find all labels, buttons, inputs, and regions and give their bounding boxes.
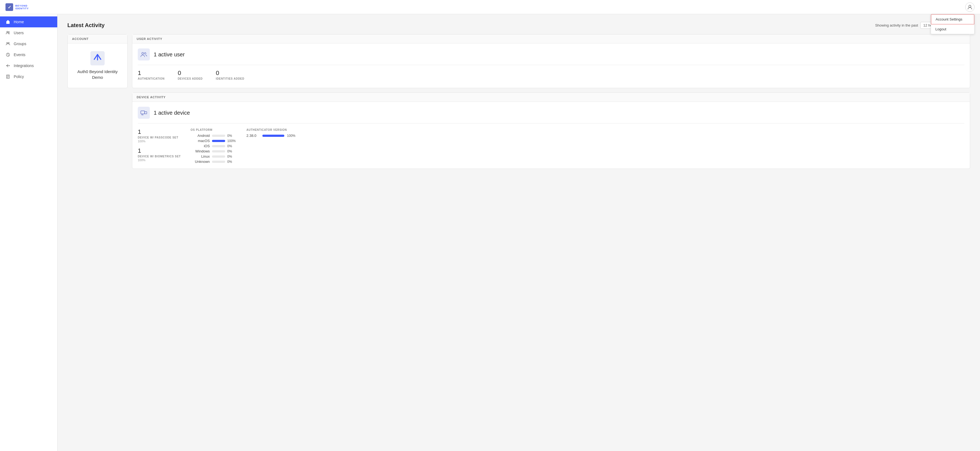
os-row: Unknown 0% [191,160,237,164]
os-name: macOS [191,139,210,143]
os-section-label: OS PLATFORM [191,129,237,131]
auth-label: AUTHENTICATION [138,77,165,80]
active-devices-icon [140,109,147,116]
devices-added-stat: 0 DEVICES ADDED [178,70,203,80]
integrations-icon [5,63,10,68]
os-name: Unknown [191,160,210,164]
auth-version-row: 2.38.0 100% [247,133,296,138]
device-activity-card: DEVICE ACTIVITY 1 active device [132,92,970,169]
biometrics-stat: 1 DEVICE W/ BIOMETRICS SET 100% [138,147,181,162]
top-cards-row: ACCOUNT Auth0 Beyond Identity Demo USER … [67,34,970,88]
home-label: Home [14,20,24,24]
os-pct: 100% [228,139,237,143]
user-activity-header: USER ACTIVITY [132,35,970,43]
user-activity-body: 1 active user 1 AUTHENTICATION 0 DEVICES… [132,43,970,85]
os-bar [212,140,225,142]
svg-point-3 [7,32,8,33]
user-activity-card: USER ACTIVITY 1 active user [132,34,970,88]
home-icon [5,19,10,24]
os-row: Linux 0% [191,154,237,159]
logout-item[interactable]: Logout [931,24,974,34]
os-name: iOS [191,144,210,148]
os-pct: 0% [228,144,237,148]
account-settings-item[interactable]: Account Settings [931,14,974,24]
users-icon [5,30,10,35]
active-users-row: 1 active user [138,48,964,65]
app-layout: Home Users [0,14,980,451]
device-counts-col: 1 DEVICE W/ PASSCODE SET 100% 1 DEVICE W… [138,129,181,164]
svg-point-2 [969,5,971,7]
os-bar-container [212,140,225,142]
svg-text:✓: ✓ [8,5,11,10]
os-bar-container [212,160,225,163]
svg-point-9 [9,65,10,66]
auth-version-section-label: AUTHENTICATOR VERSION [247,129,296,131]
os-name: Windows [191,149,210,153]
os-row: Windows 0% [191,149,237,153]
auth-version-table: 2.38.0 100% [247,133,296,138]
active-devices-label: 1 active device [154,110,190,116]
account-card-body: Auth0 Beyond Identity Demo [68,43,127,88]
auth-stat: 1 AUTHENTICATION [138,70,165,80]
passcode-count: 1 [138,129,181,135]
auth-version-num: 2.38.0 [247,133,260,138]
header-right: Account Settings Logout [965,2,975,12]
svg-point-12 [144,52,146,54]
os-row: iOS 0% [191,144,237,148]
device-stats-area: 1 DEVICE W/ PASSCODE SET 100% 1 DEVICE W… [138,129,964,164]
biometrics-label: DEVICE W/ BIOMETRICS SET [138,155,181,158]
sidebar-item-policy[interactable]: Policy [0,71,57,82]
activity-header: Latest Activity Showing activity in the … [67,22,970,29]
avatar-button[interactable] [965,2,975,12]
page-title: Latest Activity [67,22,105,29]
device-activity-body: 1 active device 1 DEVICE W/ PASSCODE SET… [132,102,970,168]
svg-point-6 [8,43,9,43]
sidebar-item-users[interactable]: Users [0,27,57,38]
account-card: ACCOUNT Auth0 Beyond Identity Demo [67,34,127,88]
device-activity-header: DEVICE ACTIVITY [132,93,970,102]
active-devices-row: 1 active device [138,107,964,124]
identities-added-count: 0 [216,70,244,76]
groups-label: Groups [14,41,26,46]
svg-point-4 [8,32,10,33]
active-users-icon-box [138,48,150,60]
os-platform-col: OS PLATFORM Android 0% macOS 100% iOS 0%… [191,129,237,164]
sidebar-item-home[interactable]: Home [0,16,57,27]
os-bar-container [212,150,225,152]
policy-label: Policy [14,75,24,79]
active-devices-icon-box [138,107,150,119]
passcode-label: DEVICE W/ PASSCODE SET [138,136,181,139]
passcode-stat: 1 DEVICE W/ PASSCODE SET 100% [138,129,181,143]
main-content: Latest Activity Showing activity in the … [57,14,980,451]
events-icon [5,52,10,57]
sidebar-item-groups[interactable]: Groups [0,38,57,49]
passcode-pct: 100% [138,140,181,143]
filter-prefix: Showing activity in the past [875,23,918,27]
auth-bar [262,135,284,137]
sidebar-item-integrations[interactable]: Integrations [0,60,57,71]
os-row: macOS 100% [191,139,237,143]
os-pct: 0% [228,149,237,153]
svg-point-5 [6,43,8,43]
biometrics-count: 1 [138,147,181,154]
sidebar-item-events[interactable]: Events [0,49,57,60]
identities-added-label: IDENTITIES ADDED [216,77,244,80]
svg-rect-14 [145,112,147,114]
user-stats-row: 1 AUTHENTICATION 0 DEVICES ADDED 0 IDENT… [138,70,964,80]
account-section-header: ACCOUNT [68,35,127,43]
svg-point-8 [6,65,7,66]
devices-added-count: 0 [178,70,203,76]
svg-rect-13 [141,111,145,114]
auth-version-col: AUTHENTICATOR VERSION 2.38.0 100% [247,129,296,164]
auth-bar-container [262,135,284,137]
users-label: Users [14,31,24,35]
integrations-label: Integrations [14,64,34,68]
devices-added-label: DEVICES ADDED [178,77,203,80]
os-bar-container [212,145,225,147]
os-pct: 0% [228,160,237,164]
os-bar-container [212,135,225,137]
os-pct: 0% [228,134,237,138]
os-table: Android 0% macOS 100% iOS 0% Windows 0% … [191,133,237,164]
logo: ✓ BEYOND IDENTITY [5,3,29,11]
groups-icon [5,41,10,46]
